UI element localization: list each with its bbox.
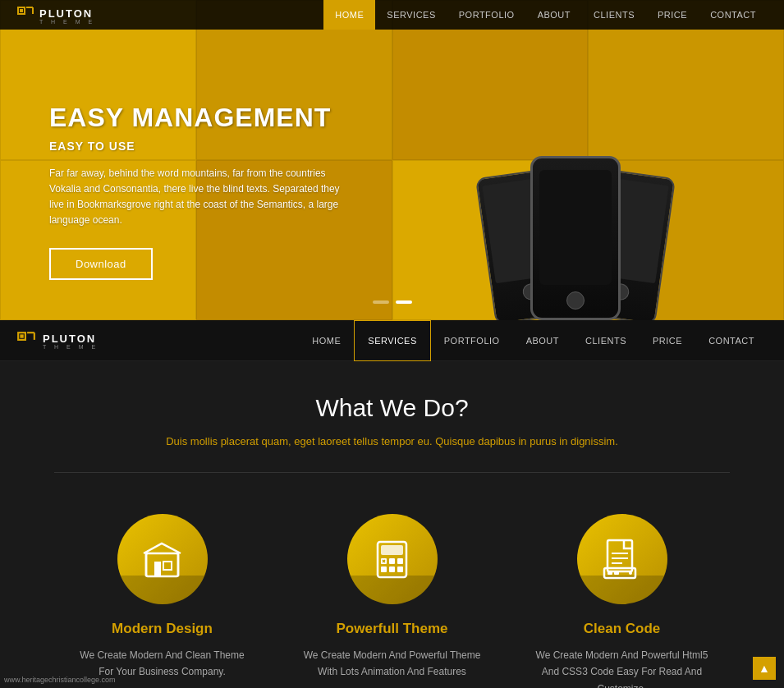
powerfull-theme-desc: We Create Modern And Powerful Theme With… bbox=[302, 647, 483, 681]
svg-rect-14 bbox=[381, 545, 403, 555]
phone-mockup-group bbox=[469, 99, 682, 320]
top-nav-services[interactable]: SERVICES bbox=[375, 0, 447, 30]
top-navbar: PLUTON T H E M E HOME SERVICES PORTFOLIO… bbox=[0, 0, 784, 30]
hero-content: EASY MANAGEMENT EASY TO USE Far far away… bbox=[0, 30, 784, 320]
pluton-logo-icon bbox=[16, 6, 34, 24]
bottom-logo-text-group: PLUTON T H E M E bbox=[43, 331, 99, 350]
bottom-navbar: PLUTON T H E M E HOME SERVICES PORTFOLIO… bbox=[0, 320, 784, 361]
services-section: PLUTON T H E M E HOME SERVICES PORTFOLIO… bbox=[0, 320, 784, 688]
services-title: What We Do? bbox=[16, 394, 768, 422]
svg-rect-20 bbox=[397, 566, 403, 572]
slider-dot-active[interactable] bbox=[396, 300, 412, 304]
top-nav-portfolio[interactable]: PORTFOLIO bbox=[447, 0, 526, 30]
powerfull-theme-icon-circle bbox=[347, 514, 438, 604]
bottom-nav-price[interactable]: PRICE bbox=[640, 320, 695, 361]
hero-section: PLUTON T H E M E HOME SERVICES PORTFOLIO… bbox=[0, 0, 784, 320]
service-card-modern-design: Modern Design We Create Modern And Clean… bbox=[72, 514, 253, 688]
svg-rect-29 bbox=[614, 571, 619, 575]
slider-dot[interactable] bbox=[373, 300, 389, 304]
hero-description: Far far away, behind the word mountains,… bbox=[49, 166, 345, 229]
store-icon bbox=[140, 537, 185, 582]
powerfull-theme-name: Powerfull Theme bbox=[302, 621, 483, 637]
svg-rect-1 bbox=[20, 9, 23, 12]
top-nav-price[interactable]: PRICE bbox=[646, 0, 699, 30]
service-card-powerfull-theme: Powerfull Theme We Create Modern And Pow… bbox=[302, 514, 483, 688]
bottom-logo-icon bbox=[16, 331, 36, 351]
hero-subtitle: EASY TO USE bbox=[49, 140, 401, 153]
top-nav-clients[interactable]: CLIENTS bbox=[582, 0, 646, 30]
bottom-logo-name: PLUTON bbox=[43, 333, 96, 345]
hero-text-block: EASY MANAGEMENT EASY TO USE Far far away… bbox=[49, 103, 401, 281]
svg-rect-9 bbox=[154, 562, 161, 576]
hero-title: EASY MANAGEMENT bbox=[49, 103, 401, 133]
bottom-logo-sub: T H E M E bbox=[43, 344, 99, 350]
slider-dots bbox=[373, 300, 412, 304]
footer-note: www.heritagechristiancollege.com bbox=[4, 676, 116, 684]
download-button[interactable]: Download bbox=[49, 248, 153, 280]
services-cards: Modern Design We Create Modern And Clean… bbox=[16, 514, 768, 688]
svg-rect-19 bbox=[389, 566, 395, 572]
svg-rect-18 bbox=[381, 566, 387, 572]
services-subtitle: Duis mollis placerat quam, eget laoreet … bbox=[16, 435, 768, 447]
clean-code-icon-circle bbox=[577, 514, 667, 604]
top-nav-contact[interactable]: CONTACT bbox=[699, 0, 768, 30]
scroll-to-top-button[interactable]: ▲ bbox=[753, 657, 776, 680]
logo-sub: T H E M E bbox=[39, 19, 95, 25]
bottom-nav-links: HOME SERVICES PORTFOLIO ABOUT CLIENTS PR… bbox=[299, 320, 768, 361]
top-logo-text: PLUTON T H E M E bbox=[39, 6, 95, 25]
svg-rect-16 bbox=[389, 558, 395, 564]
hero-phones bbox=[401, 62, 752, 320]
bottom-nav-about[interactable]: ABOUT bbox=[513, 320, 572, 361]
bottom-nav-portfolio[interactable]: PORTFOLIO bbox=[431, 320, 513, 361]
top-logo: PLUTON T H E M E bbox=[16, 6, 95, 25]
top-nav-links: HOME SERVICES PORTFOLIO ABOUT CLIENTS PR… bbox=[323, 0, 768, 30]
service-card-clean-code: Clean Code We Create Modern And Powerful… bbox=[532, 514, 713, 688]
document-icon bbox=[599, 537, 644, 582]
services-divider bbox=[54, 472, 731, 473]
svg-rect-17 bbox=[397, 558, 403, 564]
svg-rect-10 bbox=[163, 562, 172, 570]
services-content: What We Do? Duis mollis placerat quam, e… bbox=[0, 361, 784, 688]
bottom-nav-services[interactable]: SERVICES bbox=[354, 320, 430, 361]
bottom-logo: PLUTON T H E M E bbox=[16, 331, 99, 351]
top-nav-home[interactable]: HOME bbox=[323, 0, 375, 30]
logo-name: PLUTON bbox=[39, 7, 93, 20]
phone-main bbox=[530, 156, 621, 320]
svg-point-30 bbox=[629, 571, 632, 575]
bottom-nav-contact[interactable]: CONTACT bbox=[695, 320, 768, 361]
top-nav-about[interactable]: ABOUT bbox=[526, 0, 582, 30]
clean-code-name: Clean Code bbox=[532, 621, 713, 637]
calculator-icon bbox=[369, 537, 415, 582]
svg-rect-8 bbox=[146, 553, 178, 576]
modern-design-icon-circle bbox=[117, 514, 208, 604]
clean-code-desc: We Create Modern And Powerful Html5 And … bbox=[532, 647, 713, 688]
svg-rect-5 bbox=[20, 334, 23, 337]
modern-design-name: Modern Design bbox=[72, 621, 253, 637]
bottom-nav-clients[interactable]: CLIENTS bbox=[572, 320, 640, 361]
svg-rect-23 bbox=[607, 540, 632, 571]
svg-rect-28 bbox=[607, 571, 612, 575]
bottom-nav-home[interactable]: HOME bbox=[299, 320, 354, 361]
